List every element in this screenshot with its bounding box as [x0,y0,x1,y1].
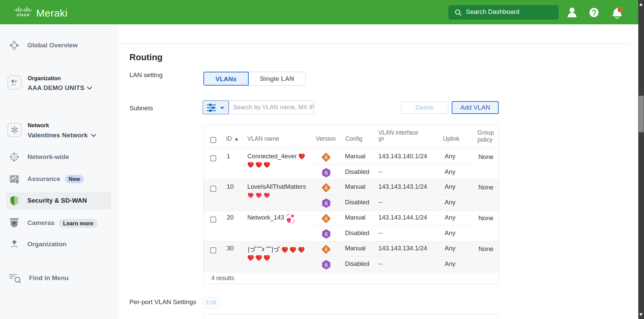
svg-text:6: 6 [325,170,328,176]
svg-text:4: 4 [324,215,327,222]
svg-text:6: 6 [325,262,328,268]
svg-text:4: 4 [324,185,327,191]
svg-text:cisco: cisco [17,13,30,17]
svg-text:6: 6 [325,200,328,207]
svg-text:3: 3 [262,247,264,252]
svg-text:4: 4 [324,154,327,161]
svg-text:6: 6 [325,231,328,237]
svg-text:4: 4 [324,246,327,253]
